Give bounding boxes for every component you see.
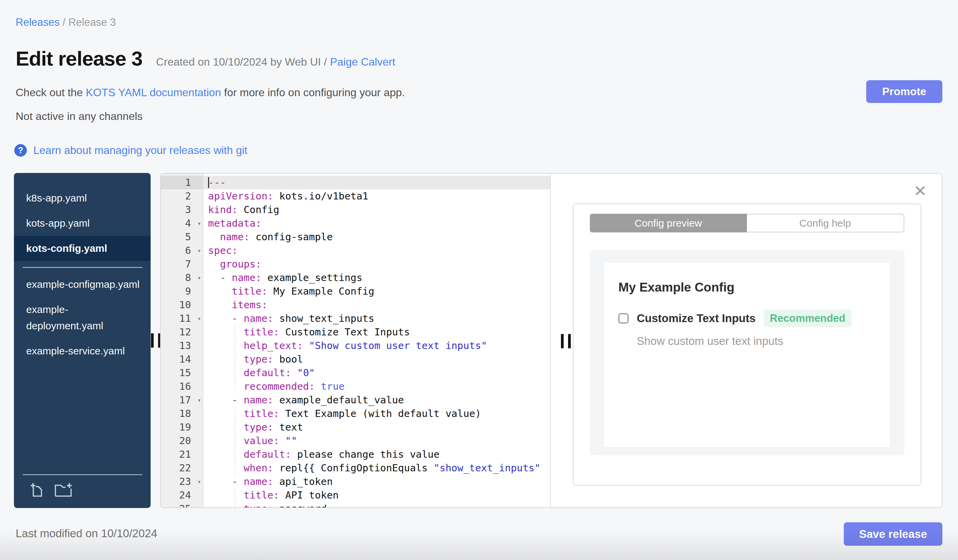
fold-arrow-icon[interactable]: ▾ <box>198 475 201 488</box>
preview-tab-row: Config preview Config help <box>590 214 904 233</box>
add-file-button[interactable] <box>29 482 45 499</box>
doc-note: Check out the KOTS YAML documentation fo… <box>16 86 405 99</box>
created-author-link[interactable]: Paige Calvert <box>330 56 395 68</box>
doc-note-post: for more info on configuring your app. <box>221 86 405 98</box>
gutter-line-number: 19 <box>161 420 203 434</box>
resize-grip-bar <box>568 334 571 348</box>
code-line: apiVersion: kots.io/v1beta1 <box>203 189 550 203</box>
config-preview-panel: ✕ Config preview Config help My Example … <box>551 174 942 507</box>
sidebar-item-example-configmap[interactable]: example-configmap.yaml <box>14 272 151 297</box>
gutter-line-number: 24 <box>161 488 203 502</box>
editor-workbench: 1234▾56▾78▾91011▾121314151617▾1819202122… <box>160 173 942 508</box>
code-editor[interactable]: 1234▾56▾78▾91011▾121314151617▾1819202122… <box>161 174 551 507</box>
gutter-line-number: 10 <box>161 298 203 312</box>
gutter-line-number: 4▾ <box>161 217 203 230</box>
indent-guide <box>235 488 235 502</box>
code-line: default: "0" <box>203 366 550 380</box>
page-title: Edit release 3 <box>16 47 143 70</box>
indent-guide <box>235 461 235 475</box>
code-line: title: Customize Text Inputs <box>203 325 550 339</box>
code-line: title: API token <box>203 488 550 502</box>
gutter-line-number: 5 <box>161 230 203 244</box>
code-line: when: repl{{ ConfigOptionEquals "show_te… <box>203 461 550 475</box>
gutter-line-number: 13 <box>161 339 203 353</box>
code-line: - name: show_text_inputs <box>203 312 550 325</box>
gutter-line-number: 22 <box>161 461 203 475</box>
config-render-area: My Example Config Customize Text Inputs … <box>590 250 904 456</box>
sidebar-item-kots-app[interactable]: kots-app.yaml <box>14 211 151 236</box>
sidebar-item-example-service[interactable]: example-service.yaml <box>14 339 151 364</box>
code-line: --- <box>203 176 550 189</box>
indent-guide <box>235 434 235 448</box>
gutter-line-number: 17▾ <box>161 393 203 407</box>
preview-resize-handle[interactable] <box>561 334 571 348</box>
fold-arrow-icon[interactable]: ▾ <box>198 271 201 285</box>
code-line: recommended: true <box>203 380 550 393</box>
sidebar-resize-handle[interactable] <box>151 333 161 348</box>
code-line: - name: api_token <box>203 475 550 488</box>
code-line: help_text: "Show custom user text inputs… <box>203 339 550 353</box>
config-item-row: Customize Text Inputs Recommended <box>619 310 876 327</box>
fold-arrow-icon[interactable]: ▾ <box>198 244 201 257</box>
gutter-line-number: 16 <box>161 380 203 393</box>
close-preview-button[interactable]: ✕ <box>914 183 927 199</box>
resize-grip-bar <box>151 333 154 348</box>
customize-text-inputs-checkbox[interactable] <box>619 313 628 323</box>
created-info: Created on 10/10/2024 by Web UI / Paige … <box>156 56 395 68</box>
sidebar-item-kots-config[interactable]: kots-config.yaml <box>14 236 151 261</box>
config-preview-card: Config preview Config help My Example Co… <box>573 204 921 486</box>
gutter-line-number: 1 <box>161 176 203 189</box>
code-line: metadata: <box>203 217 550 230</box>
gutter-line-number: 21 <box>161 448 203 461</box>
breadcrumb-separator: / <box>63 16 68 28</box>
code-line: title: Text Example (with default value) <box>203 407 550 420</box>
fold-arrow-icon[interactable]: ▾ <box>198 217 201 230</box>
tab-config-preview[interactable]: Config preview <box>590 214 747 233</box>
sidebar-item-example-deployment[interactable]: example-deployment.yaml <box>14 297 151 339</box>
add-file-icon <box>29 482 45 498</box>
indent-guide <box>235 448 235 461</box>
promote-button[interactable]: Promote <box>866 80 942 103</box>
add-folder-button[interactable] <box>54 482 73 499</box>
code-line: type: text <box>203 420 550 434</box>
indent-guide <box>235 366 235 380</box>
channel-status: Not active in any channels <box>16 110 143 123</box>
gutter-line-number: 3 <box>161 203 203 217</box>
code-line: - name: example_default_value <box>203 393 550 407</box>
code-line: spec: <box>203 244 550 257</box>
git-help-link[interactable]: Learn about managing your releases with … <box>33 144 247 157</box>
breadcrumb-releases-link[interactable]: Releases <box>16 16 59 28</box>
indent-guide <box>235 353 235 366</box>
gutter-line-number: 7 <box>161 257 203 271</box>
indent-guide <box>235 407 235 420</box>
gutter-line-number: 6▾ <box>161 244 203 257</box>
fold-arrow-icon[interactable]: ▾ <box>198 312 201 325</box>
gutter-line-number: 20 <box>161 434 203 448</box>
question-mark-icon: ? <box>14 144 27 157</box>
save-release-button[interactable]: Save release <box>844 522 942 546</box>
config-group-card: My Example Config Customize Text Inputs … <box>604 263 890 447</box>
kots-yaml-doc-link[interactable]: KOTS YAML documentation <box>86 86 221 98</box>
editor-code-area[interactable]: ---apiVersion: kots.io/v1beta1kind: Conf… <box>203 176 550 507</box>
config-item-help-text: Show custom user text inputs <box>637 335 876 348</box>
git-help-row[interactable]: ? Learn about managing your releases wit… <box>14 144 247 157</box>
indent-guide <box>235 325 235 339</box>
gutter-line-number: 2 <box>161 189 203 203</box>
code-line: - name: example_settings <box>203 271 550 285</box>
tab-config-help[interactable]: Config help <box>747 214 905 233</box>
gutter-line-number: 8▾ <box>161 271 203 285</box>
last-modified-text: Last modified on 10/10/2024 <box>16 527 157 540</box>
file-sidebar: k8s-app.yaml kots-app.yaml kots-config.y… <box>14 173 151 508</box>
code-line: name: config-sample <box>203 230 550 244</box>
sidebar-divider <box>23 267 143 268</box>
code-line: type: password <box>203 502 550 507</box>
code-line: default: please change this value <box>203 448 550 461</box>
code-line: groups: <box>203 257 550 271</box>
indent-guide <box>235 502 235 507</box>
sidebar-item-k8s-app[interactable]: k8s-app.yaml <box>14 185 151 211</box>
breadcrumb-current: Release 3 <box>68 16 116 28</box>
recommended-badge: Recommended <box>764 310 852 327</box>
gutter-line-number: 15 <box>161 366 203 380</box>
gutter-line-number: 23▾ <box>161 475 203 488</box>
fold-arrow-icon[interactable]: ▾ <box>198 393 201 407</box>
